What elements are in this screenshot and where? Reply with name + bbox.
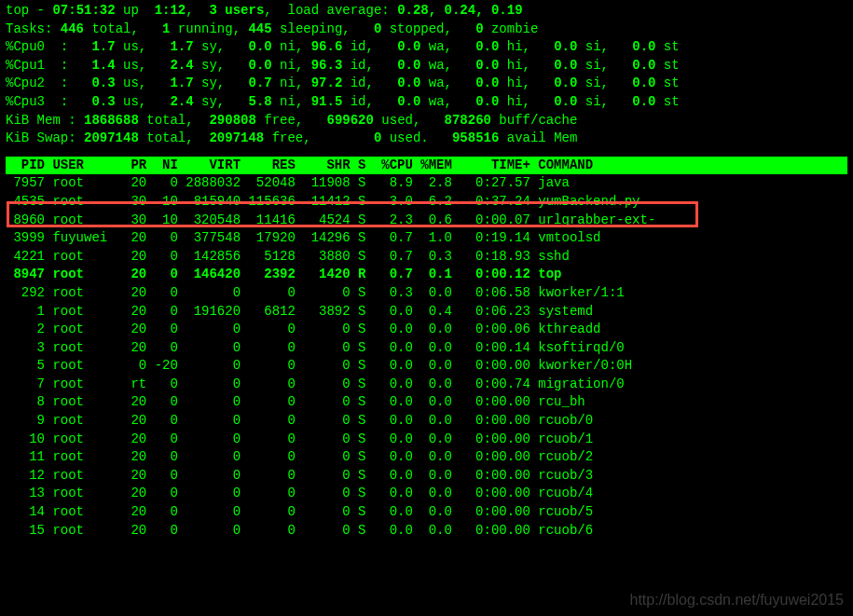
table-row[interactable]: 3 root 20 0 0 0 0 S 0.0 0.0 0:00.14 ksof… <box>6 339 847 358</box>
table-row[interactable]: 4535 root 30 10 815940 115636 11412 S 3.… <box>6 193 847 212</box>
summary-cpu1-line: %Cpu1 : 1.4 us, 2.4 sy, 0.0 ni, 96.3 id,… <box>6 57 847 75</box>
summary-swap-line: KiB Swap: 2097148 total, 2097148 free, 0… <box>6 130 847 148</box>
summary-uptime-line: top - 07:51:32 up 1:12, 3 users, load av… <box>6 2 847 21</box>
table-row[interactable]: 7 root rt 0 0 0 0 S 0.0 0.0 0:00.74 migr… <box>6 376 847 394</box>
process-table-header[interactable]: PID USER PR NI VIRT RES SHR S %CPU %MEM … <box>6 157 847 175</box>
table-row[interactable]: 2 root 20 0 0 0 0 S 0.0 0.0 0:00.06 kthr… <box>6 321 847 339</box>
table-row[interactable]: 13 root 20 0 0 0 0 S 0.0 0.0 0:00.00 rcu… <box>6 485 847 503</box>
table-row[interactable]: 10 root 20 0 0 0 0 S 0.0 0.0 0:00.00 rcu… <box>6 431 847 449</box>
table-row[interactable]: 11 root 20 0 0 0 0 S 0.0 0.0 0:00.00 rcu… <box>6 448 847 467</box>
table-row[interactable]: 5 root 0 -20 0 0 0 S 0.0 0.0 0:00.00 kwo… <box>6 357 847 376</box>
table-row[interactable]: 4221 root 20 0 142856 5128 3880 S 0.7 0.… <box>6 248 847 267</box>
process-table-body[interactable]: 7957 root 20 0 2888032 52048 11908 S 8.9… <box>6 174 847 540</box>
table-row[interactable]: 292 root 20 0 0 0 0 S 0.3 0.0 0:06.58 kw… <box>6 284 847 303</box>
table-row[interactable]: 7957 root 20 0 2888032 52048 11908 S 8.9… <box>6 174 847 193</box>
watermark-text: http://blog.csdn.net/fuyuwei2015 <box>630 590 845 610</box>
table-row[interactable]: 8 root 20 0 0 0 0 S 0.0 0.0 0:00.00 rcu_… <box>6 393 847 412</box>
table-row[interactable]: 15 root 20 0 0 0 0 S 0.0 0.0 0:00.00 rcu… <box>6 522 847 541</box>
table-row[interactable]: 12 root 20 0 0 0 0 S 0.0 0.0 0:00.00 rcu… <box>6 467 847 486</box>
table-row[interactable]: 8947 root 20 0 146420 2392 1420 R 0.7 0.… <box>6 266 847 284</box>
table-row[interactable]: 3999 fuyuwei 20 0 377548 17920 14296 S 0… <box>6 229 847 248</box>
summary-cpu0-line: %Cpu0 : 1.7 us, 1.7 sy, 0.0 ni, 96.6 id,… <box>6 38 847 57</box>
summary-cpu-lines: %Cpu0 : 1.7 us, 1.7 sy, 0.0 ni, 96.6 id,… <box>6 38 847 111</box>
table-row[interactable]: 8960 root 30 10 320548 11416 4524 S 2.3 … <box>6 212 847 230</box>
summary-cpu3-line: %Cpu3 : 0.3 us, 2.4 sy, 5.8 ni, 91.5 id,… <box>6 93 847 112</box>
summary-cpu2-line: %Cpu2 : 0.3 us, 1.7 sy, 0.7 ni, 97.2 id,… <box>6 75 847 93</box>
summary-mem-line: KiB Mem : 1868688 total, 290808 free, 69… <box>6 112 847 130</box>
table-row[interactable]: 9 root 20 0 0 0 0 S 0.0 0.0 0:00.00 rcuo… <box>6 412 847 431</box>
summary-tasks-line: Tasks: 446 total, 1 running, 445 sleepin… <box>6 21 847 39</box>
table-row[interactable]: 14 root 20 0 0 0 0 S 0.0 0.0 0:00.00 rcu… <box>6 503 847 522</box>
table-row[interactable]: 1 root 20 0 191620 6812 3892 S 0.0 0.4 0… <box>6 303 847 322</box>
